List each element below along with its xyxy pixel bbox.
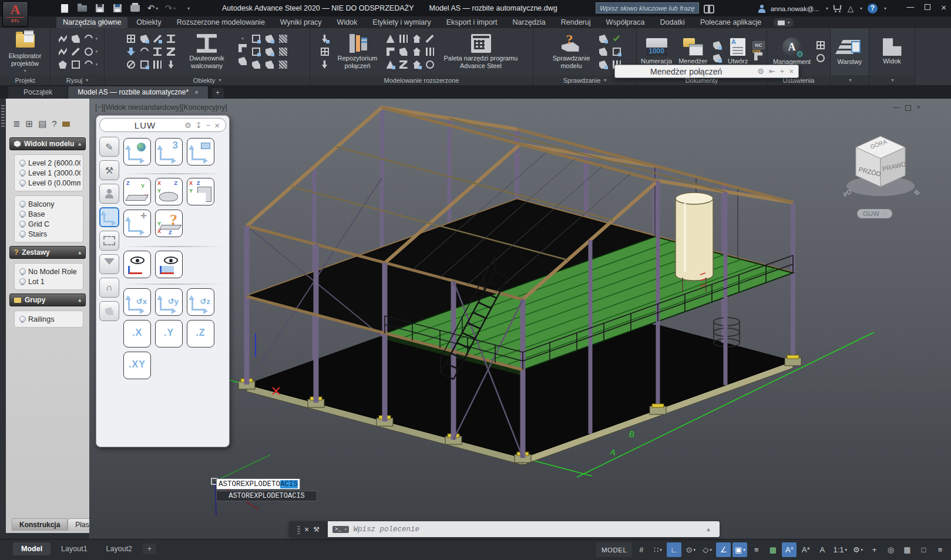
rectangle-icon[interactable] [70, 59, 82, 70]
model-space-button[interactable]: MODEL [596, 542, 632, 557]
new-layout-button[interactable]: + [143, 544, 156, 554]
search-input[interactable] [596, 2, 699, 14]
collapse-icon[interactable]: ▴ [78, 249, 81, 255]
circle-icon[interactable] [83, 46, 95, 58]
project-explorer-button[interactable]: Eksplorator projektów ▾ [2, 29, 48, 75]
ucs-surface-button[interactable]: XZY [155, 178, 183, 205]
filter-icon[interactable] [99, 254, 119, 274]
osnap-angle-icon[interactable]: ∠ [716, 542, 731, 557]
open-file-button[interactable] [76, 3, 88, 14]
ucs-origin-button[interactable]: ZYX [123, 178, 151, 205]
tab-obiekty[interactable]: Obiekty [130, 17, 167, 28]
profile-bracket-icon[interactable] [237, 42, 248, 54]
app-store-cart-icon[interactable] [834, 5, 842, 12]
bolt-pattern-icon[interactable] [319, 46, 331, 58]
bolt-add-icon[interactable] [319, 33, 331, 45]
named-ucs-icon[interactable] [99, 184, 119, 204]
poly-plate-icon[interactable] [250, 46, 262, 58]
stair-icon[interactable] [424, 33, 436, 45]
group-item[interactable]: Railings [17, 314, 80, 324]
view-item[interactable]: Balcony [17, 199, 80, 209]
polygon-icon[interactable] [57, 59, 69, 70]
drawing-viewport[interactable]: A B [−][Widok niestandardowy][Koncepcyjn… [89, 99, 951, 539]
search-icon[interactable] [704, 5, 714, 12]
ucs-move-origin-button[interactable]: ✛ [123, 210, 151, 237]
ucs-rotate-y-button[interactable]: ↺y [155, 288, 183, 316]
bulb-icon[interactable] [19, 211, 25, 218]
viewcube[interactable]: GÓRA PRZÓD PRAWO PD W [841, 129, 923, 203]
tab-rozszerzone-modelowanie[interactable]: Rozszerzone modelowanie [170, 17, 271, 28]
ucs-axes-icon[interactable] [99, 207, 119, 227]
nc-export-button[interactable]: NC [752, 41, 765, 49]
undo-button[interactable]: ↶▾ [147, 3, 159, 14]
hatch-wall-icon[interactable] [277, 46, 289, 58]
layers-button[interactable]: Warstwy [835, 29, 865, 74]
point-filter-x-button[interactable]: .X [123, 320, 151, 348]
tab-widok[interactable]: Widok [331, 17, 364, 28]
bulb-icon[interactable] [19, 268, 25, 275]
database-sync-icon[interactable] [815, 52, 826, 64]
frame-corner-icon[interactable] [385, 33, 396, 45]
audit-icon[interactable] [597, 59, 609, 70]
dynamic-ucs-icon[interactable]: ▣▾ [732, 542, 747, 557]
autodesk-app-icon[interactable]: △ [848, 4, 853, 13]
drawing-styles-icon[interactable] [711, 39, 723, 51]
ortho-mode-icon[interactable]: ∟ [667, 542, 681, 557]
annotation-autoscale-icon[interactable]: A* [798, 542, 813, 557]
set-item[interactable]: Lot 1 [17, 276, 80, 286]
selection-box-icon[interactable] [99, 231, 119, 251]
crosshair-icon[interactable]: + [867, 542, 882, 557]
user-avatar-icon[interactable] [758, 5, 765, 13]
model-check-button[interactable]: ? Sprawdzanie modelu [547, 29, 596, 74]
spline-icon[interactable] [57, 46, 69, 58]
tab-narzedzia-glowne[interactable]: Narzędzia główne [56, 17, 127, 28]
ucs-corner-button[interactable]: XZY [187, 178, 214, 205]
level-item[interactable]: Level 1 (3000.00 [17, 168, 80, 178]
ucs-face-button[interactable] [187, 138, 214, 166]
ucs-rotate-z-button[interactable]: ↺z [187, 288, 214, 316]
model-views-header[interactable]: Widoki modelu ▴ [9, 137, 86, 150]
tab-etykiety-i-wymiary[interactable]: Etykiety i wymiary [366, 17, 437, 28]
customization-icon[interactable]: ≡ [933, 542, 947, 557]
grid-tool-icon[interactable] [125, 33, 137, 45]
snap-mode-icon[interactable]: ∷▾ [650, 542, 665, 557]
tab-polecane-aplikacje[interactable]: Polecane aplikacje [694, 17, 768, 28]
ladder-icon[interactable] [424, 46, 436, 58]
hatch-slab-icon[interactable] [277, 33, 289, 45]
rolled-ibeam-button[interactable]: Dwuteownik walcowany [179, 29, 235, 74]
palette-gear-icon[interactable]: ⚙ [757, 67, 764, 76]
command-input[interactable] [353, 525, 715, 534]
dxf-export-icon[interactable]: DXF [752, 50, 764, 62]
shear-plate-icon[interactable] [250, 59, 262, 70]
isodraft-icon[interactable]: ◇▾ [700, 542, 714, 557]
bracing-icon[interactable] [398, 46, 409, 58]
ucs-world-button[interactable] [123, 138, 151, 166]
vp-restore-icon[interactable] [905, 103, 911, 113]
bulb-icon[interactable] [19, 180, 25, 187]
plate-icon[interactable] [139, 33, 150, 45]
help-caret[interactable]: ▾ [884, 6, 886, 11]
tab-narzedzia[interactable]: Narzędzia [506, 17, 552, 28]
command-suggestion[interactable]: ASTOREXPLODETOACIS [216, 491, 317, 501]
palette-move-icon[interactable]: + [780, 67, 785, 76]
curved-beam-icon[interactable] [139, 46, 150, 58]
browser-folder-add-icon[interactable] [62, 119, 70, 129]
collapse-icon[interactable]: ▴ [78, 141, 81, 147]
tower-icon[interactable] [398, 33, 409, 45]
layout-tab-layout1[interactable]: Layout1 [53, 542, 95, 555]
command-autocomplete-input[interactable]: ASTOREXPLODETOACIS [216, 478, 300, 490]
groups-header[interactable]: Grupy ▴ [9, 294, 86, 306]
palette-close-icon[interactable]: × [789, 67, 794, 76]
qat-customize-button[interactable]: ▾ [182, 3, 194, 14]
drawing-tab-active[interactable]: Model AS — rozbite automatyczne*× [68, 86, 208, 99]
maximize-button[interactable] [925, 2, 930, 12]
tab-wyniki-pracy[interactable]: Wyniki pracy [274, 17, 328, 28]
drawing-process-icon[interactable] [711, 52, 723, 64]
layout-tab-layout2[interactable]: Layout2 [98, 542, 140, 555]
workspace-gear-icon[interactable]: ⚙▾ [851, 542, 865, 557]
view-button[interactable]: Widok [881, 29, 904, 74]
tab-close-icon[interactable]: × [194, 89, 198, 96]
viewport-controls-label[interactable]: [−][Widok niestandardowy][Koncepcyjny] [95, 103, 227, 112]
gable-structure-icon[interactable] [411, 33, 423, 45]
annotation-icon[interactable]: A [815, 542, 829, 557]
